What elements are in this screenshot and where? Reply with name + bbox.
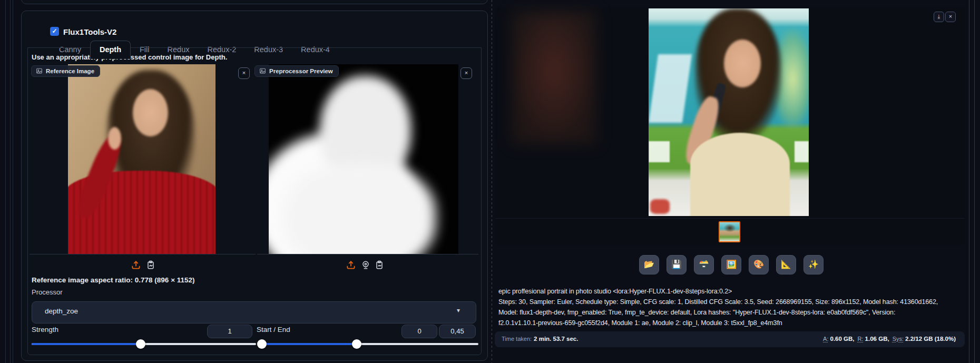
collapsed-panel-above: [21, 0, 488, 4]
open-folder-button[interactable]: 📂: [639, 255, 659, 274]
download-image-button[interactable]: ⤓: [934, 12, 944, 22]
start-slider-thumb[interactable]: [257, 339, 267, 349]
column-splitter[interactable]: [492, 0, 492, 363]
params-line: Model: flux1-depth-dev, fmp_enabled: Tru…: [498, 309, 965, 316]
window-scrollbar[interactable]: [974, 0, 975, 363]
image-icon: [36, 67, 43, 74]
memory-r-label: R:: [858, 336, 864, 342]
memory-a-label: A:: [823, 336, 828, 342]
result-gallery: ⤓ ×: [495, 7, 965, 246]
left-scrollbar[interactable]: [5, 0, 6, 363]
close-gallery-button[interactable]: ×: [945, 12, 956, 22]
reference-image-close-button[interactable]: ×: [238, 67, 250, 79]
enhance-button[interactable]: ✨: [803, 255, 824, 274]
time-taken-value: 2 min. 53.7 sec.: [534, 336, 578, 342]
gallery-thumbnail-selected[interactable]: [719, 221, 740, 242]
panel-title[interactable]: Flux1Tools-V2: [63, 27, 116, 36]
left-column-border: [13, 0, 13, 363]
status-footer: Time taken:2 min. 53.7 sec. A:0.60 GB, R…: [495, 331, 965, 347]
preprocessor-preview-chip: Preprocessor Preview: [254, 65, 339, 77]
strength-slider-thumb[interactable]: [136, 339, 145, 349]
reference-image-chip: Reference Image: [31, 65, 100, 77]
send-to-image-button[interactable]: 🖼️: [721, 255, 741, 274]
save-image-button[interactable]: 💾: [667, 255, 687, 274]
preprocessor-preview-close-button[interactable]: ×: [460, 67, 472, 79]
ruler-button[interactable]: 📐: [776, 255, 796, 274]
image-icon: [259, 67, 266, 74]
gallery-action-bar: 📂 💾 🗃️ 🖼️ 🎨 📐 ✨: [639, 255, 824, 274]
params-line: f2.0.1v1.10.1-previous-659-gc055f2d4, Mo…: [498, 319, 965, 327]
depth-tab-panel: [27, 47, 482, 355]
gallery-ghost-preview: [512, 11, 596, 144]
memory-sys-label: Sys:: [893, 336, 904, 342]
reference-image-label: Reference Image: [46, 68, 94, 74]
time-taken-label: Time taken:: [502, 336, 532, 342]
left-scrollbar-inner[interactable]: [10, 0, 11, 363]
memory-a-value: 0.60 GB,: [830, 336, 855, 342]
flux1tools-checkbox[interactable]: ✓: [50, 27, 59, 36]
save-zip-button[interactable]: 🗃️: [694, 255, 714, 274]
right-scrollbar[interactable]: [969, 0, 969, 363]
app-root: ✓ Flux1Tools-V2 ▼ Canny Depth Fill Redux…: [0, 0, 980, 363]
end-slider-thumb[interactable]: [352, 339, 361, 349]
preprocessor-preview-label: Preprocessor Preview: [269, 68, 333, 74]
memory-stats: A:0.60 GB, R:1.06 GB, Sys:2.2/12 GB (18.…: [823, 336, 957, 342]
generated-image[interactable]: [649, 8, 809, 216]
thumbnail-strip-divider: [495, 218, 964, 219]
params-line: Steps: 30, Sampler: Euler, Schedule type…: [498, 298, 965, 306]
tab-depth[interactable]: Depth: [90, 41, 131, 59]
time-taken: Time taken:2 min. 53.7 sec.: [502, 336, 578, 342]
memory-r-value: 1.06 GB,: [865, 336, 889, 342]
prompt-text: epic proffesional portrait in photo stud…: [498, 288, 965, 295]
memory-sys-value: 2.2/12 GB (18.0%): [905, 336, 956, 342]
palette-button[interactable]: 🎨: [749, 255, 769, 274]
